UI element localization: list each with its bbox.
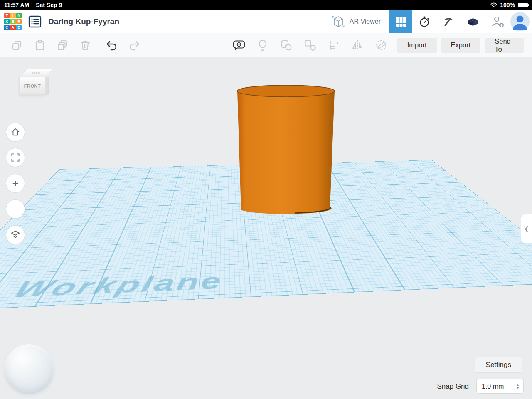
view-cube-right-face[interactable] <box>46 77 49 95</box>
viewport-3d[interactable]: Workplane TOP FRONT <box>0 57 532 399</box>
add-person-icon <box>490 15 505 28</box>
logo-tile: T <box>4 13 10 18</box>
home-view-button[interactable] <box>6 123 25 142</box>
view-mode-button[interactable] <box>6 225 25 244</box>
ar-cube-icon <box>331 15 345 29</box>
perspective-toggle-icon <box>10 229 21 240</box>
workplane-label: Workplane <box>7 269 223 303</box>
logo-tile: A <box>10 25 16 30</box>
tinkercad-app: 11:57 AM Sat Sep 9 100% T I N K E R C <box>0 0 532 399</box>
chevron-down-icon: ▼ <box>516 387 520 389</box>
group-icon <box>280 39 293 52</box>
view-cube-top-face[interactable]: TOP <box>19 69 53 77</box>
ungroup-icon <box>304 39 316 52</box>
logo-tile: R <box>16 19 22 24</box>
light-button[interactable] <box>251 33 275 57</box>
ios-status-bar: 11:57 AM Sat Sep 9 100% <box>0 0 532 10</box>
logo-tile: D <box>16 25 22 30</box>
view-cube-front-label: FRONT <box>24 84 41 89</box>
settings-button[interactable]: Settings <box>475 357 522 373</box>
pickaxe-icon <box>442 15 455 28</box>
fit-view-icon <box>10 153 20 163</box>
design-title: Daring Kup-Fyyran <box>48 17 119 26</box>
logo-tile: I <box>10 13 16 18</box>
logo-tile: K <box>4 19 10 24</box>
align-icon <box>328 39 340 51</box>
delete-button[interactable] <box>74 33 97 57</box>
battery-icon <box>518 3 528 7</box>
copy-button[interactable] <box>6 33 29 57</box>
stopwatch-icon <box>418 15 431 28</box>
edit-toolbar: Import Export Send To <box>0 33 532 57</box>
trash-icon <box>79 39 91 51</box>
logo-tile: E <box>10 19 16 24</box>
show-hide-button[interactable] <box>227 33 251 57</box>
logo-tile: C <box>4 25 10 30</box>
fit-view-button[interactable] <box>6 148 25 167</box>
undo-icon <box>106 39 118 51</box>
mirror-flip-icon <box>351 39 364 51</box>
ar-viewer-label: AR Viewer <box>350 18 381 25</box>
account-avatar[interactable] <box>510 12 530 31</box>
align-button[interactable] <box>322 33 346 57</box>
designs-menu-icon[interactable] <box>28 15 42 28</box>
status-date: Sat Sep 9 <box>36 2 62 8</box>
snap-grid-select[interactable]: 1.0 mm ▲ ▼ <box>476 379 524 394</box>
wifi-icon <box>490 2 497 7</box>
lightbulb-icon <box>257 39 268 52</box>
stopwatch-button[interactable] <box>412 10 436 33</box>
minus-icon: − <box>12 204 18 214</box>
logo-tile: N <box>16 13 22 18</box>
redo-button[interactable] <box>123 33 146 57</box>
status-time: 11:57 AM <box>4 2 29 8</box>
brick-export-button[interactable] <box>461 10 485 33</box>
shapes-panel-toggle[interactable]: ❮ <box>521 214 532 243</box>
zoom-in-button[interactable]: + <box>6 174 25 193</box>
view-cube-top-label: TOP <box>32 71 40 75</box>
header-bar: T I N K E R C A D Daring Kup-Fyyran <box>0 10 532 33</box>
duplicate-icon <box>57 39 68 51</box>
zoom-out-button[interactable]: − <box>6 200 25 219</box>
ruler-icon <box>375 39 387 52</box>
stepper-arrows[interactable]: ▲ ▼ <box>512 379 523 393</box>
chevron-left-icon: ❮ <box>524 225 530 232</box>
snap-grid-label: Snap Grid <box>437 382 469 391</box>
brick-icon <box>466 15 480 28</box>
avatar-person-icon <box>510 12 530 31</box>
export-button[interactable]: Export <box>441 38 481 53</box>
send-to-button[interactable]: Send To <box>485 38 524 53</box>
shapes-panel-button[interactable] <box>389 10 412 33</box>
paste-button[interactable] <box>29 33 52 57</box>
minecraft-export-button[interactable] <box>436 10 461 33</box>
grid-icon <box>396 16 406 27</box>
plus-icon: + <box>12 178 18 189</box>
copy-icon <box>11 39 23 51</box>
cylinder-shape[interactable] <box>224 80 345 219</box>
import-button[interactable]: Import <box>397 38 437 53</box>
redo-icon <box>128 39 140 51</box>
view-cube[interactable]: TOP FRONT <box>17 69 57 96</box>
snap-grid-value: 1.0 mm <box>482 383 504 390</box>
duplicate-button[interactable] <box>51 33 74 57</box>
ar-viewer-button[interactable]: AR Viewer <box>323 10 389 33</box>
ungroup-button[interactable] <box>298 33 322 57</box>
tinkercad-logo[interactable]: T I N K E R C A D <box>4 13 22 30</box>
battery-percent: 100% <box>500 2 515 8</box>
group-button[interactable] <box>275 33 298 57</box>
mirror-button[interactable] <box>346 33 369 57</box>
undo-button[interactable] <box>101 33 123 57</box>
add-person-button[interactable] <box>485 10 510 33</box>
ruler-button[interactable] <box>369 33 393 57</box>
home-icon <box>10 127 20 137</box>
orbit-control-ball[interactable] <box>4 344 54 394</box>
paste-icon <box>34 39 46 51</box>
snap-grid-row: Snap Grid 1.0 mm ▲ ▼ <box>437 379 524 394</box>
show-hide-eye-icon <box>232 39 246 52</box>
view-cube-front-face[interactable]: FRONT <box>19 77 46 95</box>
